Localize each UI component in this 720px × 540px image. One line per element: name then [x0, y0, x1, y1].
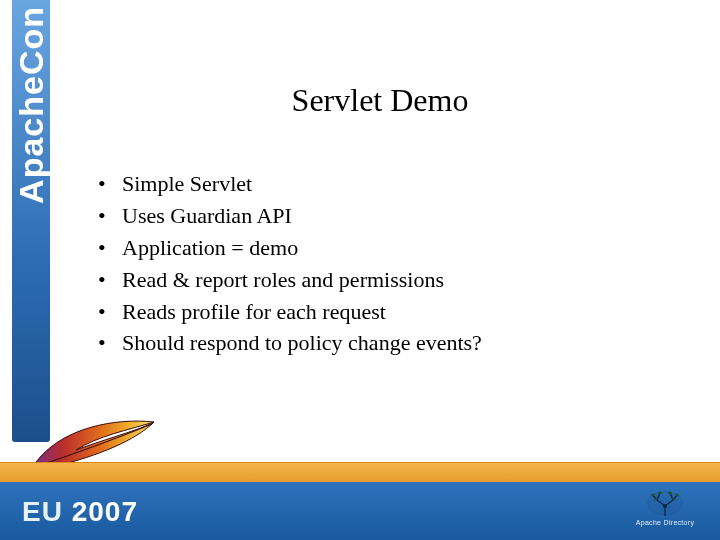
- list-item: Reads profile for each request: [96, 296, 660, 328]
- footer-text: EU 2007: [22, 496, 138, 528]
- footer-eu: EU: [22, 496, 63, 527]
- list-item: Should respond to policy change events?: [96, 327, 660, 359]
- slide: ApacheCon Servlet Demo Simple Servlet Us…: [0, 0, 720, 540]
- footer-year: 2007: [72, 496, 138, 527]
- list-item: Uses Guardian API: [96, 200, 660, 232]
- bullet-list: Simple Servlet Uses Guardian API Applica…: [96, 168, 660, 359]
- footer-blue-bar: EU 2007: [0, 482, 720, 540]
- apachecon-band: ApacheCon: [12, 0, 50, 442]
- list-item: Simple Servlet: [96, 168, 660, 200]
- slide-title: Servlet Demo: [80, 82, 680, 119]
- list-item: Read & report roles and permissions: [96, 264, 660, 296]
- apache-directory-logo: Apache Directory: [630, 490, 700, 532]
- apachecon-band-label: ApacheCon: [12, 6, 51, 204]
- list-item: Application = demo: [96, 232, 660, 264]
- footer-logo-label: Apache Directory: [630, 519, 700, 526]
- footer-orange-bar: [0, 462, 720, 484]
- slide-body: Simple Servlet Uses Guardian API Applica…: [96, 168, 660, 359]
